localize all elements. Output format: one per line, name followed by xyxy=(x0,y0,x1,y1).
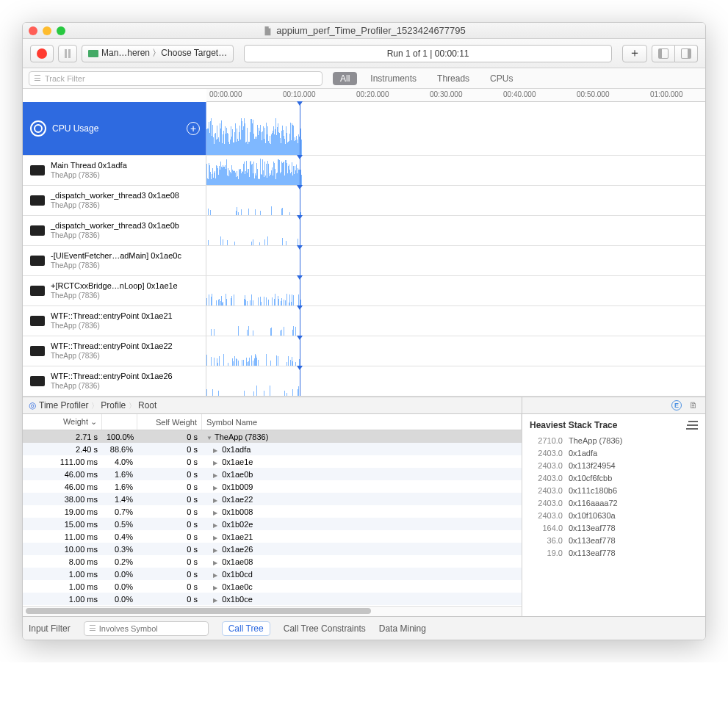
tree-row[interactable]: 10.00 ms0.3%0 s ▶ 0x1ae26 xyxy=(23,543,522,555)
call-tree-constraints-button[interactable]: Call Tree Constraints xyxy=(284,623,366,634)
disclosure-triangle[interactable]: ▶ xyxy=(213,472,217,479)
stack-row[interactable]: 19.00x113eaf778 xyxy=(530,547,698,560)
disclosure-triangle[interactable]: ▶ xyxy=(213,597,217,604)
doc-icon[interactable]: 🗎 xyxy=(689,400,698,410)
tree-row[interactable]: 15.00 ms0.5%0 s ▶ 0x1b02e xyxy=(23,518,522,530)
filter-tab-cpus[interactable]: CPUs xyxy=(483,72,520,85)
footer-bar: Input Filter ☰ Call Tree Call Tree Const… xyxy=(23,616,705,640)
playhead[interactable] xyxy=(300,276,300,305)
playhead[interactable] xyxy=(300,156,300,185)
filter-tab-all[interactable]: All xyxy=(333,72,357,85)
profiler-icon: ◎ xyxy=(29,400,36,410)
tree-row[interactable]: 8.00 ms0.2%0 s ▶ 0x1ae08 xyxy=(23,555,522,568)
track-filter-input[interactable] xyxy=(45,74,317,83)
breadcrumb-item[interactable]: Time Profiler xyxy=(39,400,89,410)
view-left-button[interactable] xyxy=(652,45,675,62)
col-symbol[interactable]: Symbol Name xyxy=(202,414,522,430)
add-button[interactable]: ＋ xyxy=(622,45,647,62)
breadcrumb-item[interactable]: Root xyxy=(138,400,156,410)
disclosure-triangle[interactable]: ▶ xyxy=(213,560,217,566)
disclosure-triangle[interactable]: ▶ xyxy=(213,522,217,529)
stack-row[interactable]: 164.00x113eaf778 xyxy=(530,522,698,535)
disclosure-triangle[interactable]: ▼ xyxy=(206,435,212,441)
playhead[interactable] xyxy=(300,186,300,215)
panel-left-icon xyxy=(658,48,668,59)
tree-row[interactable]: 1.00 ms0.0%0 s ▶ 0x1ae0c xyxy=(23,580,522,593)
tree-row[interactable]: 2.71 s100.0%0 s▼TheApp (7836) xyxy=(23,430,522,443)
call-tree-button[interactable]: Call Tree xyxy=(222,621,270,636)
stack-row[interactable]: 2403.00x10cf6fcbb xyxy=(530,472,698,485)
cpu-usage-track[interactable]: CPU Usage + xyxy=(23,102,705,156)
ruler-tick: 00:50.000 xyxy=(577,90,610,98)
playhead[interactable] xyxy=(300,246,300,275)
disclosure-triangle[interactable]: ▶ xyxy=(213,547,217,554)
add-instrument-button[interactable]: + xyxy=(187,122,200,135)
thread-track[interactable]: _dispatch_worker_thread3 0x1ae08TheApp (… xyxy=(23,186,705,216)
thread-track[interactable]: -[UIEventFetcher…adMain] 0x1ae0cTheApp (… xyxy=(23,246,705,276)
stack-row[interactable]: 2710.0TheApp (7836) xyxy=(530,435,698,447)
disclosure-triangle[interactable]: ▶ xyxy=(213,510,217,516)
thread-icon xyxy=(30,346,45,356)
stack-row[interactable]: 2403.00x111c180b6 xyxy=(530,485,698,497)
run-info[interactable]: Run 1 of 1 | 00:00:11 xyxy=(244,45,612,62)
tree-row[interactable]: 38.00 ms1.4%0 s ▶ 0x1ae22 xyxy=(23,493,522,505)
filter-tab-threads[interactable]: Threads xyxy=(430,72,477,85)
tree-row[interactable]: 46.00 ms1.6%0 s ▶ 0x1ae0b xyxy=(23,468,522,480)
tree-row[interactable]: 1.00 ms0.0%0 s ▶ 0x1b0ce xyxy=(23,593,522,605)
stack-row[interactable]: 36.00x113eaf778 xyxy=(530,535,698,547)
tree-row[interactable]: 19.00 ms0.7%0 s ▶ 0x1b008 xyxy=(23,505,522,518)
thread-track[interactable]: _dispatch_worker_thread3 0x1ae0bTheApp (… xyxy=(23,216,705,246)
breadcrumb-item[interactable]: Profile xyxy=(101,400,126,410)
data-mining-button[interactable]: Data Mining xyxy=(379,623,426,634)
horizontal-scrollbar[interactable] xyxy=(23,606,522,616)
thread-icon xyxy=(30,316,45,326)
disclosure-triangle[interactable]: ▶ xyxy=(213,585,217,591)
disclosure-triangle[interactable]: ▶ xyxy=(213,572,217,579)
disclosure-triangle[interactable]: ▶ xyxy=(213,485,217,491)
input-filter-label[interactable]: Input Filter xyxy=(29,623,71,634)
col-weight[interactable]: Weight ⌄ xyxy=(23,414,102,430)
stack-row[interactable]: 2403.00x10f10630a xyxy=(530,510,698,522)
thread-icon xyxy=(30,195,45,206)
tree-row[interactable]: 46.00 ms1.6%0 s ▶ 0x1b009 xyxy=(23,480,522,493)
disclosure-triangle[interactable]: ▶ xyxy=(213,447,217,454)
info-button[interactable]: E xyxy=(671,400,682,410)
stack-row[interactable]: 2403.00x113f24954 xyxy=(530,460,698,472)
playhead[interactable] xyxy=(300,306,300,336)
stack-row[interactable]: 2403.00x116aaaa72 xyxy=(530,497,698,510)
involves-symbol-input[interactable] xyxy=(99,624,203,633)
target-selector[interactable]: Man…heren 〉Choose Target… xyxy=(82,45,234,62)
playhead[interactable] xyxy=(300,102,300,155)
playhead[interactable] xyxy=(300,366,300,396)
col-percent[interactable] xyxy=(102,414,137,430)
tree-row[interactable]: 2.40 s88.6%0 s ▶ 0x1adfa xyxy=(23,443,522,455)
stack-settings-icon[interactable] xyxy=(686,421,698,430)
thread-track[interactable]: Main Thread 0x1adfaTheApp (7836) xyxy=(23,156,705,186)
disclosure-triangle[interactable]: ▶ xyxy=(213,497,217,504)
toolbar: Man…heren 〉Choose Target… Run 1 of 1 | 0… xyxy=(23,39,705,68)
thread-track[interactable]: WTF::Thread::entryPoint 0x1ae21TheApp (7… xyxy=(23,306,705,336)
col-self-weight[interactable]: Self Weight xyxy=(137,414,202,430)
track-filter-search[interactable]: ☰ xyxy=(29,71,322,86)
view-right-button[interactable] xyxy=(675,45,698,62)
stack-row[interactable]: 2403.0 0x1adfa xyxy=(530,447,698,460)
disclosure-triangle[interactable]: ▶ xyxy=(213,460,217,466)
cpu-graph[interactable] xyxy=(206,102,705,155)
tree-row[interactable]: 111.00 ms4.0%0 s ▶ 0x1ae1e xyxy=(23,455,522,468)
instruments-window: appium_perf_Time_Profiler_1523424677795 … xyxy=(22,22,706,640)
tree-row[interactable]: 11.00 ms0.4%0 s ▶ 0x1ae21 xyxy=(23,530,522,543)
involves-symbol-search[interactable]: ☰ xyxy=(84,621,209,636)
thread-icon xyxy=(30,286,45,296)
pause-button[interactable] xyxy=(58,45,77,62)
thread-track[interactable]: +[RCTCxxBridge…nLoop] 0x1ae1eTheApp (783… xyxy=(23,276,705,306)
disclosure-triangle[interactable]: ▶ xyxy=(213,535,217,541)
record-button[interactable] xyxy=(30,45,54,62)
filter-tab-instruments[interactable]: Instruments xyxy=(363,72,424,85)
tree-row[interactable]: 1.00 ms0.0%0 s ▶ 0x1b0cd xyxy=(23,568,522,580)
thread-track[interactable]: WTF::Thread::entryPoint 0x1ae22TheApp (7… xyxy=(23,336,705,366)
time-ruler[interactable]: 00:00.00000:10.00000:20.00000:30.00000:4… xyxy=(206,89,705,102)
playhead[interactable] xyxy=(300,336,300,366)
thread-track[interactable]: WTF::Thread::entryPoint 0x1ae26TheApp (7… xyxy=(23,366,705,397)
pause-icon xyxy=(65,49,71,58)
playhead[interactable] xyxy=(300,216,300,245)
